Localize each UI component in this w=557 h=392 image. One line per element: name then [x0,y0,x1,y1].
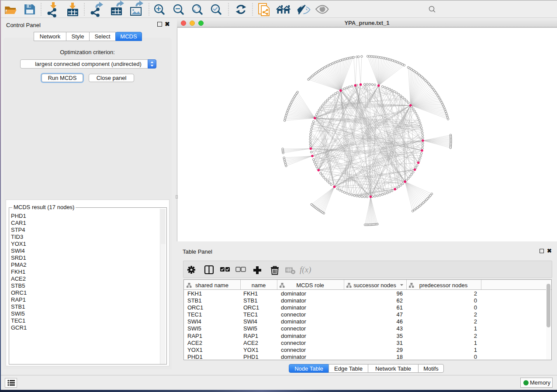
svg-text:connector: connector [281,340,306,346]
svg-text:1: 1 [474,347,477,353]
svg-text:PHD1: PHD1 [187,354,203,360]
svg-text:ORC1: ORC1 [243,304,259,311]
svg-text:PHD1: PHD1 [243,354,259,360]
svg-text:YOX1: YOX1 [243,347,259,353]
svg-text:RAP1: RAP1 [243,333,258,339]
svg-text:SWI5: SWI5 [187,325,201,332]
svg-text:shared name: shared name [195,282,228,289]
svg-text:FKH1: FKH1 [187,290,202,297]
svg-text:TEC1: TEC1 [187,311,202,318]
svg-text:MCDS role: MCDS role [296,282,324,289]
svg-text:dominator: dominator [281,333,306,339]
svg-text:61: 61 [397,304,403,311]
svg-text:STB1: STB1 [187,297,202,304]
svg-text:YOX1: YOX1 [187,347,203,353]
svg-text:2: 2 [474,311,477,318]
svg-text:SWI4: SWI4 [187,318,201,325]
svg-text:0: 0 [474,354,477,360]
svg-text:f(x): f(x) [300,265,311,275]
svg-text:2: 2 [474,318,477,325]
svg-text:TEC1: TEC1 [243,311,258,318]
svg-text:dominator: dominator [281,304,306,311]
svg-text:ACE2: ACE2 [187,340,202,346]
svg-text:47: 47 [397,311,403,318]
svg-text:connector: connector [281,347,306,353]
svg-text:96: 96 [397,290,403,297]
svg-text:31: 31 [397,340,403,346]
svg-text:18: 18 [397,354,403,360]
svg-text:ACE2: ACE2 [243,340,258,346]
svg-text:35: 35 [397,333,403,339]
svg-text:2: 2 [474,290,477,297]
svg-text:successor nodes: successor nodes [353,282,396,289]
svg-text:dominator: dominator [281,318,306,325]
svg-text:FKH1: FKH1 [243,290,258,297]
svg-text:43: 43 [397,325,403,332]
svg-text:dominator: dominator [281,290,306,297]
svg-text:SWI4: SWI4 [243,318,257,325]
svg-text:62: 62 [397,297,403,304]
svg-text:SWI5: SWI5 [243,325,257,332]
svg-text:predecessor nodes: predecessor nodes [419,282,468,289]
svg-text:29: 29 [397,347,403,353]
svg-text:connector: connector [281,311,306,318]
svg-text:46: 46 [397,318,403,325]
svg-text:RAP1: RAP1 [187,333,202,339]
svg-text:dominator: dominator [281,354,306,360]
svg-text:1: 1 [474,325,477,332]
svg-text:ORC1: ORC1 [187,304,203,311]
svg-text:connector: connector [281,325,306,332]
svg-text:0: 0 [474,297,477,304]
svg-text:STB1: STB1 [243,297,258,304]
svg-text:1: 1 [474,340,477,346]
svg-text:0: 0 [474,304,477,311]
svg-text:2: 2 [474,333,477,339]
svg-text:name: name [252,282,266,289]
svg-text:dominator: dominator [281,297,306,304]
